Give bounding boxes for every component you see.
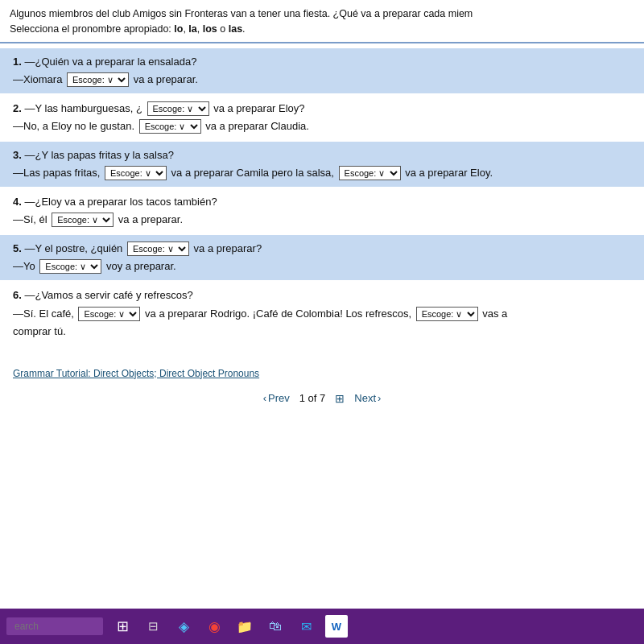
question-block-1: 1. —¿Quién va a preparar la ensalada? —X… — [0, 48, 644, 93]
q3-select2[interactable]: Escoge: ∨ lo la los las — [339, 166, 401, 180]
q1-select1[interactable]: Escoge: ∨ lo la los las — [67, 72, 129, 87]
instructions-header: Algunos miembros del club Amigos sin Fro… — [0, 0, 644, 43]
taskbar-store-icon[interactable]: 🛍 — [264, 615, 287, 638]
q5-select2[interactable]: Escoge: ∨ lo la los las — [39, 259, 101, 274]
q6-line3: comprar tú. — [13, 323, 631, 341]
q6-line1: 6. —¿Vamos a servir café y refrescos? — [13, 287, 631, 304]
q3-select1[interactable]: Escoge: ∨ lo la los las — [105, 166, 167, 180]
q2-line1: 2. —Y las hamburguesas, ¿ Escoge: ∨ lo l… — [13, 100, 631, 118]
taskbar-mail-icon[interactable]: ✉ — [295, 615, 317, 638]
q6-line2: —Sí. El café, Escoge: ∨ lo la los las va… — [13, 305, 631, 323]
q6-select1[interactable]: Escoge: ∨ lo la los las — [78, 307, 140, 321]
taskbar-start-icon[interactable]: ⊞ — [111, 615, 134, 638]
questions-container: 1. —¿Quién va a preparar la ensalada? —X… — [0, 43, 644, 609]
question-block-2: 2. —Y las hamburguesas, ¿ Escoge: ∨ lo l… — [0, 95, 644, 140]
next-button[interactable]: Next › — [354, 392, 381, 404]
q2-line2: —No, a Eloy no le gustan. Escoge: ∨ lo l… — [13, 118, 631, 135]
q4-select1[interactable]: Escoge: ∨ lo la los las — [52, 213, 114, 227]
taskbar-folder-icon[interactable]: 📁 — [233, 615, 256, 638]
taskbar-search-input[interactable] — [6, 617, 103, 635]
grid-view-icon[interactable]: ⊞ — [335, 392, 345, 405]
next-chevron-icon: › — [378, 392, 381, 404]
q5-line2: —Yo Escoge: ∨ lo la los las voy a prepar… — [13, 258, 631, 275]
q5-select1[interactable]: Escoge: ∨ lo la los las — [127, 242, 189, 256]
prev-chevron-icon: ‹ — [263, 392, 266, 404]
question-block-6: 6. —¿Vamos a servir café y refrescos? —S… — [0, 282, 644, 345]
pagination-bar: ‹ Prev 1 of 7 ⊞ Next › — [0, 386, 644, 413]
question-block-4: 4. —¿Eloy va a preparar los tacos tambié… — [0, 188, 644, 233]
taskbar-word-icon[interactable]: W — [325, 615, 348, 638]
page-info: 1 of 7 — [299, 392, 326, 404]
q3-line1: 3. —¿Y las papas fritas y la salsa? — [13, 147, 631, 164]
q2-select2[interactable]: Escoge: ∨ lo la los las — [139, 119, 201, 134]
taskbar-chrome-icon[interactable]: ◉ — [203, 615, 225, 638]
q6-select2[interactable]: Escoge: ∨ lo la los las — [416, 307, 478, 321]
taskbar-edge-icon[interactable]: ◈ — [172, 615, 195, 638]
grammar-tutorial-link[interactable]: Grammar Tutorial: Direct Objects; Direct… — [0, 361, 644, 386]
instruction-line2: Selecciona el pronombre apropiado: lo, l… — [10, 23, 246, 35]
taskbar-task-view-icon[interactable]: ⊟ — [142, 615, 164, 638]
q2-select1[interactable]: Escoge: ∨ lo la los las — [147, 101, 209, 116]
question-block-5: 5. —Y el postre, ¿quién Escoge: ∨ lo la … — [0, 235, 644, 280]
q5-line1: 5. —Y el postre, ¿quién Escoge: ∨ lo la … — [13, 240, 631, 258]
q3-line2: —Las papas fritas, Escoge: ∨ lo la los l… — [13, 164, 631, 182]
taskbar: ⊞ ⊟ ◈ ◉ 📁 🛍 ✉ W — [0, 609, 644, 644]
q1-line2: —Xiomara Escoge: ∨ lo la los las va a pr… — [13, 71, 631, 89]
prev-button[interactable]: ‹ Prev — [263, 392, 290, 404]
question-block-3: 3. —¿Y las papas fritas y la salsa? —Las… — [0, 142, 644, 187]
instruction-line1: Algunos miembros del club Amigos sin Fro… — [10, 8, 473, 19]
q1-line1: 1. —¿Quién va a preparar la ensalada? — [13, 53, 631, 71]
q4-line1: 4. —¿Eloy va a preparar los tacos tambié… — [13, 193, 631, 211]
q4-line2: —Sí, él Escoge: ∨ lo la los las va a pre… — [13, 211, 631, 229]
